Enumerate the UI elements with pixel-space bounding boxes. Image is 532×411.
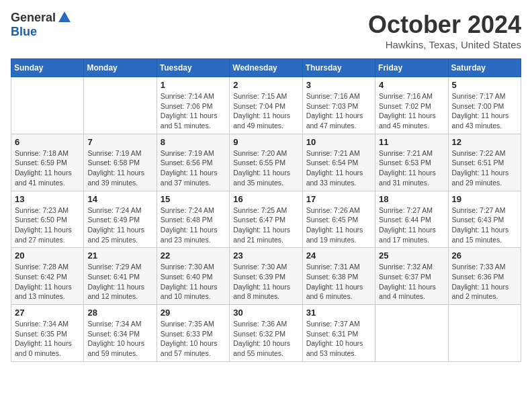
day-detail: Sunrise: 7:21 AM Sunset: 6:53 PM Dayligh… bbox=[379, 148, 444, 188]
day-detail: Sunrise: 7:16 AM Sunset: 7:03 PM Dayligh… bbox=[306, 91, 371, 131]
day-number: 3 bbox=[306, 80, 371, 90]
calendar-cell: 22Sunrise: 7:30 AM Sunset: 6:40 PM Dayli… bbox=[157, 248, 229, 305]
day-number: 5 bbox=[452, 80, 517, 90]
day-number: 7 bbox=[87, 137, 152, 147]
calendar-cell: 29Sunrise: 7:35 AM Sunset: 6:33 PM Dayli… bbox=[157, 305, 229, 362]
calendar-cell: 3Sunrise: 7:16 AM Sunset: 7:03 PM Daylig… bbox=[302, 77, 375, 134]
day-number: 13 bbox=[15, 194, 80, 204]
day-number: 22 bbox=[161, 250, 226, 261]
calendar-cell: 13Sunrise: 7:23 AM Sunset: 6:50 PM Dayli… bbox=[11, 191, 84, 248]
header-tuesday: Tuesday bbox=[157, 59, 229, 77]
day-number: 20 bbox=[15, 250, 80, 261]
day-detail: Sunrise: 7:37 AM Sunset: 6:31 PM Dayligh… bbox=[306, 319, 371, 359]
calendar-cell: 15Sunrise: 7:24 AM Sunset: 6:48 PM Dayli… bbox=[157, 191, 229, 248]
day-detail: Sunrise: 7:31 AM Sunset: 6:38 PM Dayligh… bbox=[306, 262, 371, 302]
day-detail: Sunrise: 7:32 AM Sunset: 6:37 PM Dayligh… bbox=[379, 262, 444, 302]
calendar-cell: 28Sunrise: 7:34 AM Sunset: 6:34 PM Dayli… bbox=[84, 305, 157, 362]
calendar-cell bbox=[448, 305, 521, 362]
day-detail: Sunrise: 7:26 AM Sunset: 6:45 PM Dayligh… bbox=[306, 205, 371, 245]
logo-icon bbox=[57, 10, 72, 25]
day-number: 23 bbox=[233, 250, 298, 261]
calendar-cell: 5Sunrise: 7:17 AM Sunset: 7:00 PM Daylig… bbox=[448, 77, 521, 134]
calendar-cell: 7Sunrise: 7:19 AM Sunset: 6:58 PM Daylig… bbox=[84, 134, 157, 191]
calendar-cell bbox=[11, 77, 84, 134]
calendar-cell: 6Sunrise: 7:18 AM Sunset: 6:59 PM Daylig… bbox=[11, 134, 84, 191]
header-sunday: Sunday bbox=[11, 59, 84, 77]
month-title: October 2024 bbox=[368, 11, 521, 39]
logo-general-text: General bbox=[11, 11, 56, 25]
calendar-cell: 27Sunrise: 7:34 AM Sunset: 6:35 PM Dayli… bbox=[11, 305, 84, 362]
day-number: 21 bbox=[87, 250, 152, 261]
header-monday: Monday bbox=[84, 59, 157, 77]
calendar-cell: 4Sunrise: 7:16 AM Sunset: 7:02 PM Daylig… bbox=[375, 77, 448, 134]
calendar-table: SundayMondayTuesdayWednesdayThursdayFrid… bbox=[11, 58, 521, 362]
day-detail: Sunrise: 7:19 AM Sunset: 6:56 PM Dayligh… bbox=[161, 148, 226, 188]
calendar-cell: 23Sunrise: 7:30 AM Sunset: 6:39 PM Dayli… bbox=[230, 248, 302, 305]
day-number: 12 bbox=[452, 137, 517, 147]
day-detail: Sunrise: 7:34 AM Sunset: 6:34 PM Dayligh… bbox=[87, 319, 152, 359]
calendar-week-row: 6Sunrise: 7:18 AM Sunset: 6:59 PM Daylig… bbox=[11, 134, 521, 191]
day-detail: Sunrise: 7:27 AM Sunset: 6:43 PM Dayligh… bbox=[452, 205, 517, 245]
page-header: General Blue October 2024 Hawkins, Texas… bbox=[11, 11, 521, 50]
calendar-week-row: 13Sunrise: 7:23 AM Sunset: 6:50 PM Dayli… bbox=[11, 191, 521, 248]
day-detail: Sunrise: 7:29 AM Sunset: 6:41 PM Dayligh… bbox=[87, 262, 152, 302]
day-number: 28 bbox=[87, 308, 152, 318]
day-detail: Sunrise: 7:34 AM Sunset: 6:35 PM Dayligh… bbox=[15, 319, 80, 359]
day-number: 30 bbox=[233, 308, 298, 318]
location: Hawkins, Texas, United States bbox=[368, 39, 521, 50]
day-number: 26 bbox=[452, 250, 517, 261]
calendar-cell: 17Sunrise: 7:26 AM Sunset: 6:45 PM Dayli… bbox=[302, 191, 375, 248]
day-number: 14 bbox=[87, 194, 152, 204]
day-number: 11 bbox=[379, 137, 444, 147]
day-detail: Sunrise: 7:25 AM Sunset: 6:47 PM Dayligh… bbox=[233, 205, 298, 245]
day-detail: Sunrise: 7:14 AM Sunset: 7:06 PM Dayligh… bbox=[161, 91, 226, 131]
calendar-week-row: 20Sunrise: 7:28 AM Sunset: 6:42 PM Dayli… bbox=[11, 248, 521, 305]
day-detail: Sunrise: 7:36 AM Sunset: 6:32 PM Dayligh… bbox=[233, 319, 298, 359]
day-number: 6 bbox=[15, 137, 80, 147]
calendar-cell: 9Sunrise: 7:20 AM Sunset: 6:55 PM Daylig… bbox=[230, 134, 302, 191]
calendar-cell bbox=[84, 77, 157, 134]
day-detail: Sunrise: 7:17 AM Sunset: 7:00 PM Dayligh… bbox=[452, 91, 517, 131]
day-detail: Sunrise: 7:15 AM Sunset: 7:04 PM Dayligh… bbox=[233, 91, 298, 131]
calendar-cell: 20Sunrise: 7:28 AM Sunset: 6:42 PM Dayli… bbox=[11, 248, 84, 305]
day-number: 27 bbox=[15, 308, 80, 318]
day-detail: Sunrise: 7:20 AM Sunset: 6:55 PM Dayligh… bbox=[233, 148, 298, 188]
title-section: October 2024 Hawkins, Texas, United Stat… bbox=[368, 11, 521, 50]
logo: General Blue bbox=[11, 11, 72, 39]
calendar-cell bbox=[375, 305, 448, 362]
day-detail: Sunrise: 7:24 AM Sunset: 6:48 PM Dayligh… bbox=[161, 205, 226, 245]
svg-marker-0 bbox=[58, 11, 71, 22]
header-saturday: Saturday bbox=[448, 59, 521, 77]
day-number: 18 bbox=[379, 194, 444, 204]
day-detail: Sunrise: 7:33 AM Sunset: 6:36 PM Dayligh… bbox=[452, 262, 517, 302]
calendar-cell: 18Sunrise: 7:27 AM Sunset: 6:44 PM Dayli… bbox=[375, 191, 448, 248]
day-detail: Sunrise: 7:24 AM Sunset: 6:49 PM Dayligh… bbox=[87, 205, 152, 245]
day-detail: Sunrise: 7:27 AM Sunset: 6:44 PM Dayligh… bbox=[379, 205, 444, 245]
day-detail: Sunrise: 7:21 AM Sunset: 6:54 PM Dayligh… bbox=[306, 148, 371, 188]
header-thursday: Thursday bbox=[302, 59, 375, 77]
calendar-cell: 12Sunrise: 7:22 AM Sunset: 6:51 PM Dayli… bbox=[448, 134, 521, 191]
day-number: 19 bbox=[452, 194, 517, 204]
calendar-cell: 26Sunrise: 7:33 AM Sunset: 6:36 PM Dayli… bbox=[448, 248, 521, 305]
day-detail: Sunrise: 7:35 AM Sunset: 6:33 PM Dayligh… bbox=[161, 319, 226, 359]
calendar-cell: 19Sunrise: 7:27 AM Sunset: 6:43 PM Dayli… bbox=[448, 191, 521, 248]
calendar-cell: 2Sunrise: 7:15 AM Sunset: 7:04 PM Daylig… bbox=[230, 77, 302, 134]
day-detail: Sunrise: 7:22 AM Sunset: 6:51 PM Dayligh… bbox=[452, 148, 517, 188]
day-number: 25 bbox=[379, 250, 444, 261]
calendar-cell: 31Sunrise: 7:37 AM Sunset: 6:31 PM Dayli… bbox=[302, 305, 375, 362]
day-number: 16 bbox=[233, 194, 298, 204]
calendar-week-row: 27Sunrise: 7:34 AM Sunset: 6:35 PM Dayli… bbox=[11, 305, 521, 362]
calendar-cell: 1Sunrise: 7:14 AM Sunset: 7:06 PM Daylig… bbox=[157, 77, 229, 134]
day-number: 17 bbox=[306, 194, 371, 204]
logo-blue-text: Blue bbox=[11, 25, 37, 39]
day-detail: Sunrise: 7:18 AM Sunset: 6:59 PM Dayligh… bbox=[15, 148, 80, 188]
day-detail: Sunrise: 7:28 AM Sunset: 6:42 PM Dayligh… bbox=[15, 262, 80, 302]
day-detail: Sunrise: 7:16 AM Sunset: 7:02 PM Dayligh… bbox=[379, 91, 444, 131]
header-wednesday: Wednesday bbox=[230, 59, 302, 77]
calendar-cell: 14Sunrise: 7:24 AM Sunset: 6:49 PM Dayli… bbox=[84, 191, 157, 248]
day-detail: Sunrise: 7:23 AM Sunset: 6:50 PM Dayligh… bbox=[15, 205, 80, 245]
day-detail: Sunrise: 7:19 AM Sunset: 6:58 PM Dayligh… bbox=[87, 148, 152, 188]
calendar-cell: 30Sunrise: 7:36 AM Sunset: 6:32 PM Dayli… bbox=[230, 305, 302, 362]
calendar-header-row: SundayMondayTuesdayWednesdayThursdayFrid… bbox=[11, 59, 521, 77]
day-number: 1 bbox=[161, 80, 226, 90]
